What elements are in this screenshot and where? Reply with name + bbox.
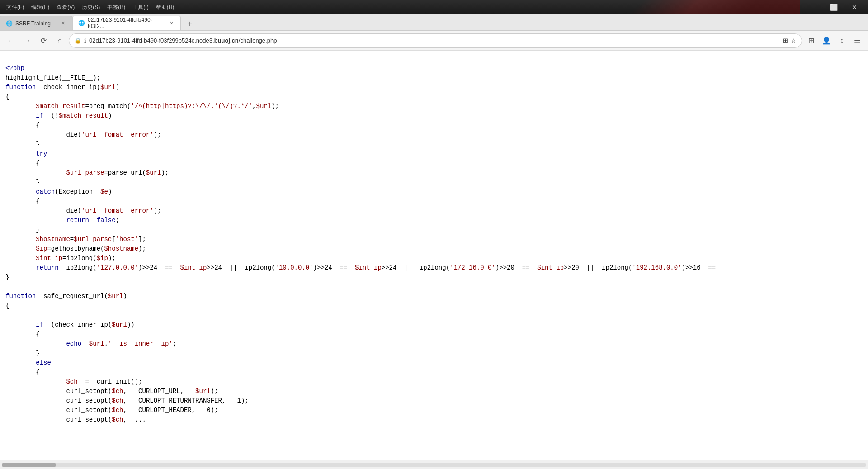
menu-view[interactable]: 查看(V) (54, 3, 77, 12)
reload-button[interactable]: ⟳ (36, 33, 51, 48)
address-bar[interactable]: 🔒 ℹ 02d17b23-9101-4ffd-b490-f03f299b524c… (69, 33, 802, 48)
tab-label-2: 02d17b23-9101-4ffd-b490-f03f2... (88, 17, 165, 29)
tab-favicon: 🌐 (6, 20, 13, 27)
account-button[interactable]: 👤 (819, 33, 834, 48)
bookmark-icon: ☆ (791, 37, 796, 44)
maximize-button[interactable]: ⬜ (824, 0, 844, 14)
extensions-button[interactable]: ⊞ (804, 33, 818, 48)
sync-button[interactable]: ↕ (835, 33, 849, 48)
tab-close-1[interactable]: ✕ (59, 20, 66, 27)
minimize-button[interactable]: — (803, 0, 824, 14)
menu-edit[interactable]: 编辑(E) (28, 3, 52, 12)
new-tab-button[interactable]: + (183, 18, 197, 30)
window-controls: — ⬜ ✕ (803, 0, 864, 14)
tab-favicon-2: 🌐 (78, 20, 85, 26)
extensions-icon: ⊞ (783, 37, 788, 44)
titlebar-decoration (529, 0, 800, 14)
url-display: 02d17b23-9101-4ffd-b490-f03f299b524c.nod… (89, 37, 780, 44)
scrollbar-track (2, 463, 866, 467)
info-icon: ℹ (84, 38, 86, 44)
toolbar-right: ⊞ 👤 ↕ ☰ (804, 33, 864, 48)
titlebar: 文件(F) 编辑(E) 查看(V) 历史(S) 书签(B) 工具(I) 帮助(H… (0, 0, 868, 14)
forward-button[interactable]: → (20, 33, 34, 48)
menu-file[interactable]: 文件(F) (4, 3, 27, 12)
tab-close-2[interactable]: ✕ (168, 19, 175, 27)
code-display: <?php highlight_file(__FILE__); function… (0, 51, 868, 460)
horizontal-scrollbar[interactable] (0, 460, 868, 469)
url-domain: buuoj.cn (214, 37, 239, 44)
tabbar: 🌐 SSRF Training ✕ 🌐 02d17b23-9101-4ffd-b… (0, 14, 868, 31)
menu-button[interactable]: ☰ (850, 33, 864, 48)
scrollbar-thumb[interactable] (2, 463, 56, 467)
tab-ssrf-training[interactable]: 🌐 SSRF Training ✕ (0, 16, 72, 30)
home-button[interactable]: ⌂ (52, 33, 67, 48)
toolbar: ← → ⟳ ⌂ 🔒 ℹ 02d17b23-9101-4ffd-b490-f03f… (0, 31, 868, 51)
menu-help[interactable]: 帮助(H) (153, 3, 177, 12)
menu-bookmarks[interactable]: 书签(B) (104, 3, 128, 12)
menu-tools[interactable]: 工具(I) (130, 3, 151, 12)
menu-history[interactable]: 历史(S) (79, 3, 103, 12)
back-button[interactable]: ← (4, 33, 18, 48)
tab-label: SSRF Training (15, 20, 51, 27)
close-button[interactable]: ✕ (844, 0, 864, 14)
titlebar-menu: 文件(F) 编辑(E) 查看(V) 历史(S) 书签(B) 工具(I) 帮助(H… (4, 3, 177, 12)
tab-challenge[interactable]: 🌐 02d17b23-9101-4ffd-b490-f03f2... ✕ (72, 16, 181, 30)
security-icon: 🔒 (75, 38, 81, 44)
